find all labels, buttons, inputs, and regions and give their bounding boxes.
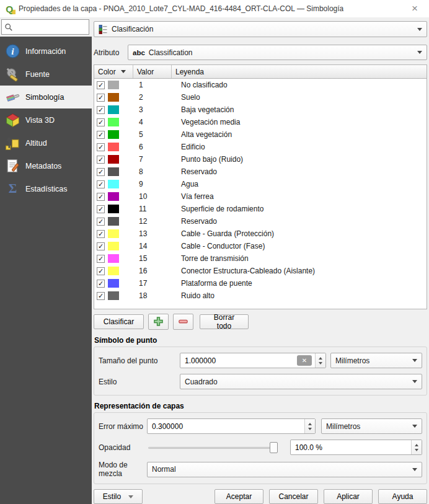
row-checkbox[interactable]: ✓ [97, 81, 105, 89]
sidebar-item-estadisticas[interactable]: Σ Estadísticas [0, 177, 92, 200]
color-swatch[interactable] [108, 130, 119, 139]
max-error-input[interactable] [148, 422, 304, 431]
ok-button[interactable]: Aceptar [214, 489, 263, 504]
table-row[interactable]: ✓ 13 Cable - Guarda (Protección) [94, 228, 427, 240]
row-checkbox[interactable]: ✓ [97, 292, 105, 300]
row-checkbox[interactable]: ✓ [97, 218, 105, 226]
renderer-selected-label: Clasificación [112, 25, 153, 33]
max-error-unit-select[interactable]: Milímetros [321, 418, 422, 434]
row-checkbox[interactable]: ✓ [97, 267, 105, 275]
row-checkbox[interactable]: ✓ [97, 168, 105, 176]
row-checkbox[interactable]: ✓ [97, 205, 105, 213]
opacity-slider-groove [148, 447, 276, 449]
sidebar-item-altitud[interactable]: Altitud [0, 131, 92, 154]
column-header-color[interactable]: Color [94, 65, 133, 78]
column-header-leyenda[interactable]: Leyenda [172, 65, 427, 78]
blend-mode-select[interactable]: Normal [147, 462, 422, 477]
opacity-stepper[interactable] [411, 440, 422, 454]
max-error-stepper[interactable] [304, 419, 315, 433]
table-row[interactable]: ✓ 11 Superficie de rodamiento [94, 203, 427, 215]
style-menu-button[interactable]: Estilo [94, 489, 143, 504]
row-checkbox[interactable]: ✓ [97, 143, 105, 151]
opacity-slider-handle[interactable] [270, 442, 278, 453]
sidebar-item-metadatos[interactable]: Metadatos [0, 154, 92, 177]
point-size-input[interactable] [180, 356, 297, 365]
color-swatch[interactable] [108, 267, 119, 275]
color-swatch[interactable] [108, 192, 119, 201]
color-swatch[interactable] [108, 93, 119, 102]
table-row[interactable]: ✓ 18 Ruido alto [94, 290, 427, 302]
row-checkbox[interactable]: ✓ [97, 131, 105, 139]
table-row[interactable]: ✓ 15 Torre de transmisión [94, 252, 427, 265]
color-cell: ✓ [94, 217, 133, 226]
table-row[interactable]: ✓ 8 Reservado [94, 166, 427, 178]
remove-value-button[interactable] [173, 314, 193, 330]
sidebar-item-simbologia[interactable]: Simbología [0, 86, 92, 108]
row-checkbox[interactable]: ✓ [97, 230, 105, 238]
color-swatch[interactable] [108, 229, 119, 238]
view-3d-icon [4, 112, 21, 128]
color-swatch[interactable] [108, 167, 119, 176]
row-checkbox[interactable]: ✓ [97, 106, 105, 114]
sidebar-item-informacion[interactable]: i Información [0, 40, 92, 63]
color-swatch[interactable] [108, 81, 119, 89]
table-row[interactable]: ✓ 14 Cable - Conductor (Fase) [94, 240, 427, 252]
table-row[interactable]: ✓ 4 Vegetación media [94, 116, 427, 128]
table-row[interactable]: ✓ 10 Vía ferrea [94, 190, 427, 203]
row-checkbox[interactable]: ✓ [97, 94, 105, 102]
opacity-input[interactable] [291, 443, 411, 452]
table-row[interactable]: ✓ 17 Plataforma de puente [94, 277, 427, 290]
table-row[interactable]: ✓ 16 Conector Estructura-Cableado (Aisla… [94, 265, 427, 277]
value-cell: 10 [133, 192, 172, 201]
attribute-select[interactable]: abc Classification [128, 45, 427, 60]
table-row[interactable]: ✓ 12 Reservado [94, 215, 427, 228]
table-row[interactable]: ✓ 6 Edificio [94, 141, 427, 153]
point-size-stepper[interactable] [315, 353, 325, 368]
apply-button[interactable]: Aplicar [324, 489, 373, 504]
row-checkbox[interactable]: ✓ [97, 280, 105, 288]
table-row[interactable]: ✓ 3 Baja vegetación [94, 104, 427, 116]
table-row[interactable]: ✓ 1 No clasificado [94, 79, 427, 91]
table-row[interactable]: ✓ 9 Agua [94, 178, 427, 190]
table-row[interactable]: ✓ 7 Punto bajo (Ruido) [94, 153, 427, 166]
add-value-button[interactable] [148, 314, 169, 330]
cancel-button[interactable]: Cancelar [269, 489, 318, 504]
search-input[interactable] [13, 23, 86, 32]
color-swatch[interactable] [108, 291, 119, 300]
blend-mode-label: Modo de mezcla [99, 461, 147, 478]
color-swatch[interactable] [108, 118, 119, 126]
color-swatch[interactable] [108, 105, 119, 114]
point-size-unit-select[interactable]: Milímetros [330, 353, 422, 368]
renderer-select[interactable]: Clasificación [94, 21, 427, 37]
table-row[interactable]: ✓ 5 Alta vegetación [94, 128, 427, 141]
clear-all-button[interactable]: Borrar todo [200, 314, 249, 329]
help-button[interactable]: Ayuda [378, 489, 427, 504]
color-swatch[interactable] [108, 155, 119, 164]
color-swatch[interactable] [108, 205, 119, 213]
point-style-select[interactable]: Cuadrado [180, 374, 422, 389]
dialog-footer: Estilo Aceptar Cancelar Aplicar Ayuda [94, 489, 427, 504]
close-icon[interactable]: × [404, 1, 425, 17]
color-cell: ✓ [94, 105, 133, 114]
row-checkbox[interactable]: ✓ [97, 193, 105, 201]
sidebar-item-vista-3d[interactable]: Vista 3D [0, 108, 92, 131]
row-checkbox[interactable]: ✓ [97, 255, 105, 263]
color-swatch[interactable] [108, 143, 119, 151]
max-error-label: Error máximo [99, 422, 147, 431]
row-checkbox[interactable]: ✓ [97, 242, 105, 250]
row-checkbox[interactable]: ✓ [97, 156, 105, 164]
sidebar-item-fuente[interactable]: Fuente [0, 63, 92, 86]
clear-value-icon[interactable]: ✕ [297, 355, 312, 366]
color-swatch[interactable] [108, 180, 119, 188]
color-swatch[interactable] [108, 217, 119, 226]
value-cell: 8 [133, 167, 172, 176]
row-checkbox[interactable]: ✓ [97, 118, 105, 126]
color-swatch[interactable] [108, 242, 119, 250]
opacity-slider[interactable] [147, 440, 278, 455]
column-header-valor[interactable]: Valor [133, 65, 172, 78]
table-row[interactable]: ✓ 2 Suelo [94, 91, 427, 104]
color-swatch[interactable] [108, 279, 119, 288]
row-checkbox[interactable]: ✓ [97, 180, 105, 188]
color-swatch[interactable] [108, 254, 119, 263]
classify-button[interactable]: Clasificar [94, 314, 144, 329]
